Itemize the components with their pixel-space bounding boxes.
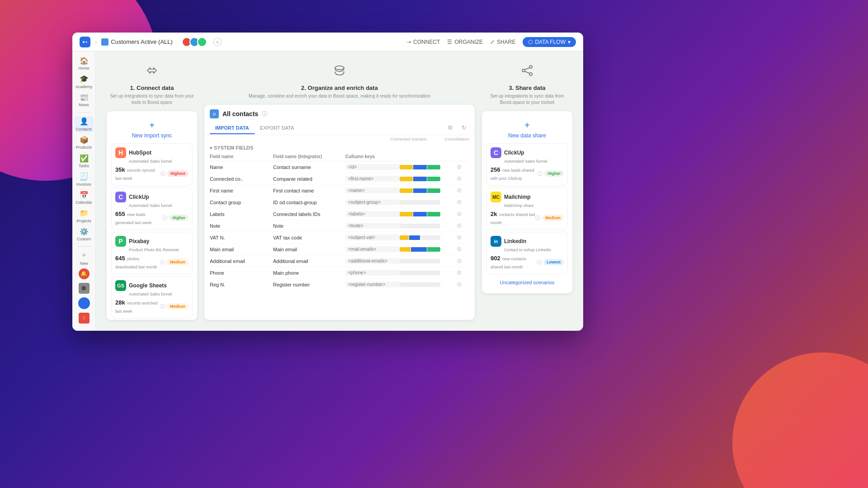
bar-blue <box>413 177 426 181</box>
tab-export-data[interactable]: EXPORT DATA <box>255 122 300 134</box>
share-linkedin-name: Linkedin <box>504 238 526 244</box>
new-import-button[interactable]: + New import sync <box>111 116 193 143</box>
contacts-tabs-row: IMPORT DATA EXPORT DATA ⚙ ↻ <box>210 122 469 135</box>
gear-icon[interactable]: ⚙ <box>457 164 469 170</box>
integrator-name: Register number <box>273 282 345 287</box>
integrator-name: Main email <box>273 247 345 252</box>
sidebar-item-new[interactable]: + New <box>74 250 94 267</box>
gear-icon[interactable]: ⚙ <box>457 222 469 229</box>
integrator-name: VAT tax code <box>273 235 345 240</box>
extra-table-headers: Connected scenario Consolidation <box>204 135 475 141</box>
gsheets-subtitle: Automated Sales funnel <box>129 292 189 296</box>
gear-icon[interactable]: ⚙ <box>457 175 469 182</box>
user-avatar[interactable] <box>78 297 90 309</box>
share-clickup-subtitle: Automated Sales funnel <box>504 159 564 164</box>
share-icon: ⤢ <box>490 39 495 45</box>
bar-green <box>427 247 440 252</box>
alert-icon[interactable]: ! <box>79 313 90 324</box>
products-icon: 📦 <box>80 135 89 144</box>
new-share-button[interactable]: + New data share <box>486 116 568 143</box>
gear-icon[interactable]: ⚙ <box>457 187 469 194</box>
share-clickup-badge: Higher <box>544 170 564 177</box>
source-hubspot[interactable]: H HubSpot Automated Sales funnel 35k rec… <box>111 143 193 186</box>
app-logo[interactable] <box>80 37 90 47</box>
svg-line-7 <box>525 71 529 73</box>
sidebar-item-contacts[interactable]: 👤 Contacts <box>74 116 94 133</box>
gear-icon[interactable]: ⚙ <box>457 258 469 264</box>
dataflow-button[interactable]: ⬡ DATA FLOW ▾ <box>523 37 576 47</box>
new-share-label: New data share <box>508 132 546 139</box>
source-gsheets[interactable]: GS Google Sheets Automated Sales funnel … <box>111 276 193 319</box>
sidebar-item-products[interactable]: 📦 Products <box>74 134 94 151</box>
col-key: <mail-emails> <box>345 246 400 252</box>
integrator-name: First contact name <box>273 188 345 193</box>
gear-icon[interactable]: ⚙ <box>457 199 469 206</box>
sidebar-item-academy[interactable]: 🎓 Academy <box>74 74 94 90</box>
share-mailchimp-name: Mailchimp <box>504 194 531 200</box>
invoices-icon: 🧾 <box>80 172 89 181</box>
gear-icon[interactable]: ⚙ <box>457 281 469 288</box>
sidebar-item-tasks[interactable]: ✅ Tasks <box>74 153 94 169</box>
info-icon-s2: ⓘ <box>535 215 540 221</box>
hubspot-count: 35k <box>115 166 125 173</box>
sidebar-item-news[interactable]: 📰 News <box>74 92 94 108</box>
tab-import-data[interactable]: IMPORT DATA <box>210 122 255 134</box>
sidebar-item-projects[interactable]: 📁 Projects <box>74 207 94 224</box>
source-clickup[interactable]: C ClickUp Automated Sales funnel 655 new… <box>111 188 193 230</box>
uncategorized-scenarios-link[interactable]: Uncategorized scenarios <box>486 276 568 289</box>
integrator-name: Note <box>273 223 345 229</box>
gear-icon[interactable]: ⚙ <box>457 269 469 276</box>
settings-gear-icon[interactable]: ⚙ <box>445 122 456 133</box>
svg-point-5 <box>529 73 532 75</box>
integrator-name: Companie related <box>273 176 345 182</box>
gear-icon[interactable]: ⚙ <box>457 246 469 253</box>
bar-blue <box>409 235 420 240</box>
linkedin-logo: in <box>491 236 501 247</box>
settings-icon[interactable]: ⚙ <box>79 283 90 294</box>
share-linkedin[interactable]: in Linkedin Contact to eshop Linkedin 90… <box>486 232 568 274</box>
share-mailchimp[interactable]: MC Mailchimp Mailchimp share 2k contacts… <box>486 188 568 230</box>
integrator-name: Contact surname <box>273 164 345 170</box>
info-icon-s1: ⓘ <box>538 170 542 177</box>
refresh-icon[interactable]: ↻ <box>458 122 469 133</box>
projects-icon: 📁 <box>80 209 89 218</box>
bar-empty <box>400 224 440 228</box>
collaborators-avatars <box>182 37 207 47</box>
connect-button[interactable]: ⇢ CONNECT <box>406 39 440 45</box>
pixabay-badge: Medium <box>167 259 189 265</box>
table-row: Note Note <tnote> ⚙ <box>210 220 469 232</box>
col-header-fieldname: Field name <box>210 154 273 159</box>
col-header-action <box>457 154 469 159</box>
sidebar-item-custom[interactable]: ⚙️ Custom <box>74 226 94 243</box>
sidebar-label-academy: Academy <box>75 84 93 89</box>
table-row: Reg N. Register number <register-number>… <box>210 279 469 291</box>
table-header: Field name Field name (Integrator) Collu… <box>210 152 469 161</box>
bar-yellow <box>400 212 413 216</box>
field-name: Main email <box>210 247 273 252</box>
organize-button[interactable]: ☰ ORGANIZE <box>447 39 483 45</box>
gear-icon[interactable]: ⚙ <box>457 234 469 241</box>
add-collaborator-button[interactable]: + <box>213 38 222 46</box>
clickup-name: ClickUp <box>129 194 149 200</box>
gear-icon[interactable]: ⚙ <box>457 211 469 217</box>
chevron-down-icon: ▾ <box>568 39 571 45</box>
tasks-icon: ✅ <box>80 154 89 163</box>
sidebar-item-calendar[interactable]: 📅 Calendar <box>74 189 94 206</box>
share-clickup[interactable]: C ClickUp Automated Sales funnel 256 new… <box>486 143 568 186</box>
sidebar-item-home[interactable]: 🏠 Home <box>74 55 94 72</box>
sidebar-label-projects: Projects <box>76 219 91 223</box>
svg-line-6 <box>525 68 529 70</box>
col-key: <additional-emails> <box>345 258 400 264</box>
contacts-card-header: ≡ All contacts ⓘ IMPORT DATA EXPORT DATA… <box>204 105 475 135</box>
col-key: <phone> <box>345 270 400 276</box>
sidebar-item-invoices[interactable]: 🧾 Invoices <box>74 171 94 188</box>
share-button[interactable]: ⤢ SHARE <box>490 39 515 45</box>
gsheets-count: 28k <box>115 299 125 306</box>
share-clickup-logo: C <box>491 147 501 158</box>
notification-badge[interactable]: 🔔 <box>79 268 90 279</box>
field-name: Contact group <box>210 200 273 205</box>
source-pixabay[interactable]: P Pixabay Product Photo BG Remover 645 p… <box>111 232 193 274</box>
bar-blue <box>411 247 426 252</box>
system-fields-toggle[interactable]: ▾ SYSTEM FIELDS <box>210 141 469 152</box>
integrator-name: Connected labels IDs <box>273 211 345 217</box>
